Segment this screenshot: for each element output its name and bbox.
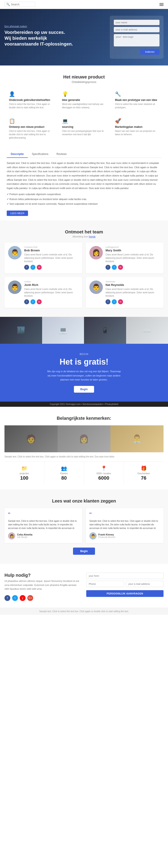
contact-description: Ut phasellus ultrices ultrices neque. Ip… <box>4 579 82 591</box>
process-item-desc: Click om een prototypingstype feld voor … <box>62 129 106 136</box>
contact-phone-input[interactable] <box>86 581 124 587</box>
stat-label: Klanten <box>46 472 82 475</box>
team-name: Nat Reynolds <box>105 283 160 286</box>
navbar: 🔍 <box>0 0 168 9</box>
team-avatar: 👨 <box>89 280 103 294</box>
team-photo-link[interactable]: freepik <box>89 236 95 238</box>
hero-form-name[interactable] <box>114 20 160 25</box>
social-twitter[interactable]: t <box>30 299 35 304</box>
process-item-title: sourcing <box>62 125 106 128</box>
googleplus-link[interactable]: G+ <box>27 595 33 601</box>
author-role: Job Besijö <box>17 536 32 538</box>
tab-button-descriptie[interactable]: Descriptie <box>7 151 28 158</box>
stat-number: 76 <box>126 475 162 481</box>
hamburger-menu[interactable] <box>160 3 164 6</box>
process-item: 🚀 Marketingplan maken Naam van een team … <box>113 116 161 142</box>
hero-form-submit[interactable]: Indienen <box>140 49 160 55</box>
stat-icon: 👥 <box>46 465 82 471</box>
hero-cta-link[interactable]: Een afspraak maken <box>4 25 81 28</box>
product-process-title: Het nieuwe product <box>7 74 161 80</box>
features-title: Belangrijkste kenmerken: <box>4 416 164 421</box>
social-instagram[interactable]: in <box>37 265 42 270</box>
testimonials-grid: " Sample text. Click to select the text … <box>4 508 164 543</box>
testimonials-btn-wrap: Begin <box>4 548 164 555</box>
testimonials-section: Lees wat onze klanten zeggen " Sample te… <box>0 490 168 564</box>
gallery: 🏙️ 💻 📱 ⌨️ <box>0 317 168 344</box>
checklist-item: Pretium quam vulputate dignissim suspend… <box>7 192 161 196</box>
read-more-button[interactable]: LEES MEER <box>7 211 28 216</box>
team-section: Ontmoet het team Afbeelding door freepik… <box>0 220 168 317</box>
twitter-link[interactable]: t <box>12 595 18 601</box>
checklist-item: Rutrum tellus pellentesque eu tincidunt … <box>7 197 161 202</box>
stat-item: 📁 projecten 100 <box>4 462 44 485</box>
team-avatar: 👨 <box>8 280 22 294</box>
contact-form-row <box>86 581 164 587</box>
author-info: Celia Almeita Job Besijö <box>17 533 32 538</box>
testimonial-card: " Sample text. Click to select the text … <box>4 508 82 543</box>
contact-email-input[interactable] <box>126 581 164 587</box>
gallery-item-4: ⌨️ <box>126 317 168 344</box>
process-item-desc: Click to select the text box. Click agai… <box>9 102 53 109</box>
process-item-title: Idee generatie <box>62 98 106 101</box>
contact-name-input[interactable] <box>86 573 164 579</box>
features-text: Sample text. Click to select the text bo… <box>4 452 164 461</box>
process-icon: 🚀 <box>115 118 159 124</box>
search-input[interactable] <box>11 3 33 6</box>
author-avatar: 👩 <box>8 532 15 539</box>
tab-paragraph: Sample text. Click to select the text bo… <box>7 161 161 190</box>
hero-form-message[interactable] <box>114 34 160 46</box>
social-instagram[interactable]: in <box>118 265 123 270</box>
testimonials-begin-button[interactable]: Begin <box>73 548 95 555</box>
social-instagram[interactable]: in <box>37 299 42 304</box>
bottom-footer-text: Sample text. Click to select the text bo… <box>39 610 129 613</box>
social-facebook[interactable]: f <box>105 299 110 304</box>
team-social: f t in <box>24 299 79 304</box>
contact-layout: Hulp nodig? Ut phasellus ultrices ultric… <box>4 573 164 601</box>
team-title: Ontmoet het team <box>4 229 164 235</box>
checklist-item: Sed vulputate mi sit amet mauris commodo… <box>7 202 161 206</box>
stats-grid: 📁 projecten 100 👥 Klanten 80 📍 6000+ loc… <box>4 461 164 485</box>
pricing-begin-label: Begin <box>4 353 164 355</box>
facebook-link[interactable]: f <box>4 595 10 601</box>
social-facebook[interactable]: f <box>24 265 29 270</box>
process-item-title: Ontwerp een nieuw product <box>9 125 53 128</box>
tab-button-reviews[interactable]: Reviews <box>53 151 71 158</box>
team-card: 👩 Leidinggevend Mary Smith Class amet li… <box>86 242 164 273</box>
contact-submit-button[interactable]: PERSOONLIJK AANVRAGEN <box>86 590 164 597</box>
footer-copyright: Copyright 2021 Verimagur.com • Servicevo… <box>50 403 118 405</box>
pricing-button[interactable]: Begin <box>74 386 94 393</box>
process-icon: 👤 <box>9 91 53 97</box>
stat-number: 100 <box>7 475 42 481</box>
social-twitter[interactable]: t <box>112 299 117 304</box>
process-item-desc: Click to select the new meer vloeiend ui… <box>115 102 159 109</box>
social-instagram[interactable]: in <box>118 299 123 304</box>
contact-social: f t y G+ <box>4 595 82 601</box>
youtube-link[interactable]: y <box>20 595 26 601</box>
tab-content: Sample text. Click to select the text bo… <box>7 161 161 220</box>
hero-text-content: Een afspraak maken Voorbereiden op uw su… <box>4 25 81 50</box>
search-bar[interactable]: 🔍 <box>4 2 35 7</box>
team-grid: 👨 Company Role Bob Brown Class amet lito… <box>4 242 164 308</box>
social-twitter[interactable]: t <box>112 265 117 270</box>
tab-button-specifications[interactable]: Specifications <box>28 151 53 158</box>
hero-form-email[interactable] <box>114 27 160 32</box>
social-facebook[interactable]: f <box>105 265 110 270</box>
team-desc: Class amet litora! Lorem molestie ante u… <box>24 287 79 298</box>
team-desc: Class amet litora! Lorem molestie ante u… <box>105 253 160 263</box>
author-avatar: 👨 <box>89 532 97 539</box>
team-card: 👨 Analyst Jonh Rich Class amet litora! L… <box>4 277 82 308</box>
author-info: Frank Kinney Financial director <box>98 533 115 538</box>
testimonial-author: 👩 Celia Almeita Job Besijö <box>8 532 79 539</box>
social-facebook[interactable]: f <box>24 299 29 304</box>
stat-label: projecten <box>7 472 42 475</box>
process-icon: 💡 <box>62 91 106 97</box>
pricing-desc: We zijn nog in de bètatest en dan zal no… <box>46 369 122 382</box>
testimonial-card: " Sample text. Click to select the text … <box>86 508 164 543</box>
social-twitter[interactable]: t <box>30 265 35 270</box>
feature-img-2: 👩 <box>58 425 111 452</box>
team-role: Analyst <box>24 280 79 283</box>
navbar-right <box>160 3 164 6</box>
hero-section: Een afspraak maken Voorbereiden op uw su… <box>0 9 168 65</box>
contact-section: Hulp nodig? Ut phasellus ultrices ultric… <box>0 564 168 608</box>
process-item: 👤 Onderzoek gebruikersbehoeften Click to… <box>7 89 55 112</box>
